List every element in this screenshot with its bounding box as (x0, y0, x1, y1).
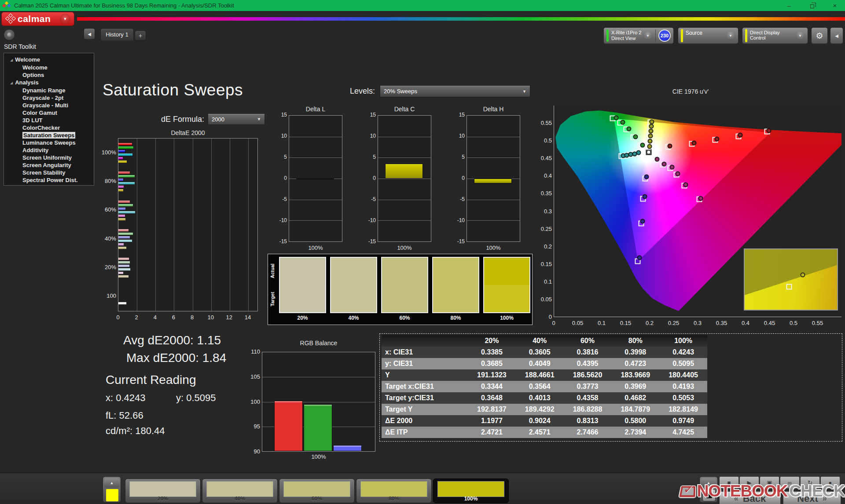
sidebar-item-welcome[interactable]: ◢Welcome (4, 56, 94, 64)
tree-expander-icon[interactable]: ◢ (10, 58, 13, 62)
display-dropdown-arrow-icon[interactable]: ▼ (795, 31, 805, 40)
cell-value: 0.5800 (611, 415, 659, 427)
cie-measured-marker-red (691, 140, 696, 145)
transport-marker-icon[interactable]: ▣ (760, 476, 779, 489)
column-header: 80% (611, 335, 659, 347)
sidebar-item-3d-lut[interactable]: 3D LUT (4, 117, 94, 124)
bar (118, 142, 132, 146)
bar (118, 175, 135, 178)
transport-play-icon[interactable]: ▶ (739, 476, 759, 489)
axis-tick-label: 10 (363, 133, 376, 139)
axis-tick-label: 95 (245, 423, 260, 430)
add-tab-button[interactable]: + (135, 30, 146, 40)
cell-value: 0.4193 (659, 381, 707, 392)
sample-tile-80%[interactable]: 80% (356, 478, 432, 503)
axis-tick-label: -5 (274, 196, 287, 202)
axis-tick-label: 5 (452, 154, 465, 160)
sidebar-item-dynamic-range[interactable]: Dynamic Range (4, 87, 94, 94)
palette-tile[interactable]: ▲ (103, 476, 121, 503)
transport-stop-icon[interactable]: ■ (719, 476, 739, 489)
close-icon[interactable]: × (831, 0, 839, 11)
axis-tick-label: -15 (274, 238, 287, 245)
workflow-home-button[interactable] (4, 29, 15, 40)
tree-expander-icon[interactable]: ◢ (10, 81, 13, 85)
chevron-down-icon: ▼ (257, 117, 261, 121)
source-dropdown[interactable]: Source ▼ (678, 27, 738, 44)
axis-tick-label: 0.45 (539, 155, 552, 161)
sidebar-item-grayscale-multi[interactable]: Grayscale - Multi (4, 102, 94, 109)
cie-chart-title: CIE 1976 u'v' (538, 88, 843, 95)
sidebar-item-colorchecker[interactable]: ColorChecker (4, 124, 94, 131)
palette-color-swatch[interactable] (106, 489, 118, 501)
cie-measured-marker-blue (644, 174, 649, 179)
sidebar-item-color-gamut[interactable]: Color Gamut (4, 109, 94, 117)
cell-value: 0.3605 (516, 347, 564, 358)
stop-button[interactable] (702, 489, 716, 501)
sidebar-item-welcome[interactable]: Welcome (4, 64, 94, 71)
chevron-left-icon: ◀ (835, 33, 838, 38)
results-table-body: x: CIE310.33850.36050.38160.39980.4243y:… (382, 347, 707, 438)
bar (118, 189, 124, 192)
row-label: ΔE ITP (382, 427, 468, 438)
sidebar-item-analysis[interactable]: ◢Analysis (4, 79, 94, 87)
stop-tile[interactable]: ▲ (699, 476, 718, 503)
axis-tick-label: 8 (189, 314, 196, 321)
axis-tick-label: 0.2 (539, 243, 552, 250)
sidebar-item-screen-stability[interactable]: Screen Stability (4, 169, 94, 176)
cell-value: 0.3648 (468, 392, 516, 404)
bar-green (304, 404, 332, 451)
results-header-row: 20%40%60%80%100% (382, 335, 707, 347)
target-color (280, 285, 325, 312)
up-arrow-icon[interactable]: ▲ (104, 478, 119, 488)
tab-history-1[interactable]: History 1 (100, 28, 134, 40)
meter-reading-badge[interactable]: 230 (658, 29, 671, 42)
transport-record-icon[interactable]: ● (820, 476, 840, 489)
record-icon: ● (829, 479, 832, 486)
cie-measured-marker-magenta (654, 157, 659, 161)
settings-button[interactable]: ⚙ (811, 27, 828, 44)
cell-value: 0.3564 (516, 381, 564, 392)
axis-tick-label: 0 (274, 175, 287, 181)
sample-tile-100%[interactable]: 100% (433, 478, 509, 503)
source-dropdown-arrow-icon[interactable]: ▼ (726, 31, 735, 40)
sidebar-item-screen-uniformity[interactable]: Screen Uniformity (4, 154, 94, 161)
sidebar-item-luminance-sweeps[interactable]: Luminance Sweeps (4, 139, 94, 146)
mini-gridline (378, 200, 431, 200)
up-arrow-icon[interactable]: ▲ (701, 478, 716, 488)
sidebar-item-screen-angularity[interactable]: Screen Angularity (4, 161, 94, 169)
sidebar-collapse-button[interactable]: ◀ (84, 28, 95, 40)
axis-tick-label: 10 (207, 314, 214, 321)
calman-menu-arrow-icon[interactable]: ▼ (60, 14, 70, 24)
transport-refresh-icon[interactable]: ↻ (800, 476, 820, 489)
sidebar-item-options[interactable]: Options (4, 71, 94, 79)
transport-loop-icon[interactable]: ∞ (780, 476, 800, 489)
collapse-panel-button[interactable]: ◀ (830, 27, 843, 44)
sidebar-item-additivity[interactable]: Additivity (4, 146, 94, 154)
de-formula-dropdown[interactable]: 2000 ▼ (208, 113, 265, 125)
rgb-plot (262, 352, 375, 452)
axis-tick-label: 0.05 (539, 296, 552, 303)
sample-tile-40%[interactable]: 40% (202, 478, 278, 503)
swatch-label: 40% (330, 315, 377, 321)
restore-icon[interactable] (808, 0, 816, 11)
sidebar-item-spectral-power-dist-[interactable]: Spectral Power Dist. (4, 176, 94, 184)
axis-tick-label: 4 (151, 314, 158, 321)
meter-dropdown[interactable]: X-Rite i1Pro 2Direct View ▼ 230 (603, 27, 674, 44)
bar (118, 243, 124, 246)
sidebar-item-grayscale-2pt[interactable]: Grayscale - 2pt (4, 94, 94, 102)
levels-dropdown[interactable]: 20% Sweeps ▼ (380, 85, 530, 97)
source-label: Source (686, 30, 726, 36)
calman-menu-button[interactable]: calman ▼ (1, 12, 74, 26)
bar (118, 171, 130, 174)
back-button[interactable]: « Back (719, 491, 781, 504)
meter-dropdown-arrow-icon[interactable]: ▼ (643, 31, 653, 40)
cell-value: 183.9669 (611, 369, 659, 381)
next-button[interactable]: Next » (783, 491, 841, 504)
bar (296, 179, 334, 179)
minimize-icon[interactable]: – (785, 0, 793, 11)
cie-measured-marker-magenta (662, 161, 667, 166)
sample-tile-20%[interactable]: 20% (125, 478, 201, 503)
display-control-dropdown[interactable]: Direct Display Control ▼ (742, 27, 808, 44)
sidebar-item-saturation-sweeps[interactable]: Saturation Sweeps (4, 131, 94, 139)
sample-tile-60%[interactable]: 60% (279, 478, 355, 503)
